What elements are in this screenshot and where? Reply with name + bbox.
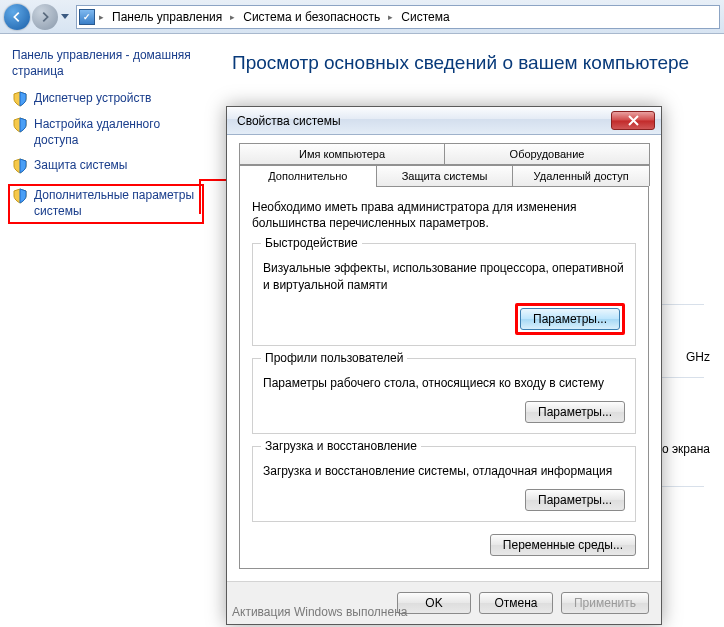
- breadcrumb-item[interactable]: Система: [397, 10, 453, 24]
- profiles-settings-button[interactable]: Параметры...: [525, 401, 625, 423]
- activation-text: Активация Windows выполнена: [232, 605, 407, 619]
- close-icon: [628, 115, 639, 126]
- performance-settings-button[interactable]: Параметры...: [520, 308, 620, 330]
- shield-icon: [12, 91, 28, 107]
- startup-settings-button[interactable]: Параметры...: [525, 489, 625, 511]
- dialog-titlebar[interactable]: Свойства системы: [227, 107, 661, 135]
- tab-protection[interactable]: Защита системы: [376, 165, 514, 186]
- tab-strip: Имя компьютера Оборудование Дополнительн…: [239, 143, 649, 187]
- intro-text: Необходимо иметь права администратора дл…: [252, 199, 636, 231]
- control-panel-icon: [79, 9, 95, 25]
- group-desc: Параметры рабочего стола, относящиеся ко…: [263, 375, 625, 391]
- sidebar: Панель управления - домашняя страница Ди…: [0, 34, 210, 627]
- env-vars-button[interactable]: Переменные среды...: [490, 534, 636, 556]
- dialog-title: Свойства системы: [237, 114, 611, 128]
- group-legend: Быстродействие: [261, 236, 362, 250]
- shield-icon: [12, 158, 28, 174]
- tab-hardware[interactable]: Оборудование: [444, 143, 650, 165]
- annotation-highlight: Параметры...: [515, 303, 625, 335]
- arrow-right-icon: [38, 10, 52, 24]
- sidebar-link[interactable]: Защита системы: [34, 158, 127, 174]
- group-desc: Загрузка и восстановление системы, отлад…: [263, 463, 625, 479]
- page-title: Просмотр основных сведений о вашем компь…: [232, 52, 724, 74]
- dialog-body: Имя компьютера Оборудование Дополнительн…: [227, 135, 661, 581]
- cancel-button[interactable]: Отмена: [479, 592, 553, 614]
- ok-button[interactable]: OK: [397, 592, 471, 614]
- crumb-sep-icon: ▸: [386, 12, 395, 22]
- tab-panel-advanced: Необходимо иметь права администратора дл…: [239, 187, 649, 569]
- sidebar-item-device-manager[interactable]: Диспетчер устройств: [12, 91, 200, 107]
- sidebar-item-protection[interactable]: Защита системы: [12, 158, 200, 174]
- shield-icon: [12, 188, 28, 204]
- bg-text-screen: о экрана: [662, 442, 710, 456]
- arrow-left-icon: [10, 10, 24, 24]
- close-button[interactable]: [611, 111, 655, 130]
- address-bar[interactable]: ▸ Панель управления ▸ Система и безопасн…: [76, 5, 720, 29]
- group-legend: Загрузка и восстановление: [261, 439, 421, 453]
- apply-button[interactable]: Применить: [561, 592, 649, 614]
- shield-icon: [12, 117, 28, 133]
- group-profiles: Профили пользователей Параметры рабочего…: [252, 358, 636, 434]
- group-desc: Визуальные эффекты, использование процес…: [263, 260, 625, 292]
- crumb-sep-icon: ▸: [97, 12, 106, 22]
- history-dropdown[interactable]: [58, 5, 72, 29]
- chevron-down-icon: [61, 14, 69, 20]
- sidebar-link[interactable]: Настройка удаленного доступа: [34, 117, 200, 148]
- group-startup: Загрузка и восстановление Загрузка и вос…: [252, 446, 636, 522]
- sidebar-item-advanced[interactable]: Дополнительные параметры системы: [8, 184, 204, 223]
- sidebar-item-remote[interactable]: Настройка удаленного доступа: [12, 117, 200, 148]
- tab-computer-name[interactable]: Имя компьютера: [239, 143, 445, 165]
- breadcrumb-item[interactable]: Панель управления: [108, 10, 226, 24]
- system-properties-dialog: Свойства системы Имя компьютера Оборудов…: [226, 106, 662, 625]
- forward-button[interactable]: [32, 4, 58, 30]
- sidebar-link[interactable]: Дополнительные параметры системы: [34, 188, 200, 219]
- back-button[interactable]: [4, 4, 30, 30]
- tab-remote[interactable]: Удаленный доступ: [512, 165, 650, 186]
- group-performance: Быстродействие Визуальные эффекты, испол…: [252, 243, 636, 345]
- crumb-sep-icon: ▸: [228, 12, 237, 22]
- bg-text-ghz: GHz: [686, 350, 710, 364]
- sidebar-link[interactable]: Диспетчер устройств: [34, 91, 151, 107]
- breadcrumb-item[interactable]: Система и безопасность: [239, 10, 384, 24]
- nav-button-group: [4, 4, 72, 30]
- group-legend: Профили пользователей: [261, 351, 407, 365]
- tab-advanced[interactable]: Дополнительно: [239, 165, 377, 186]
- navigation-bar: ▸ Панель управления ▸ Система и безопасн…: [0, 0, 724, 34]
- sidebar-title[interactable]: Панель управления - домашняя страница: [12, 48, 200, 79]
